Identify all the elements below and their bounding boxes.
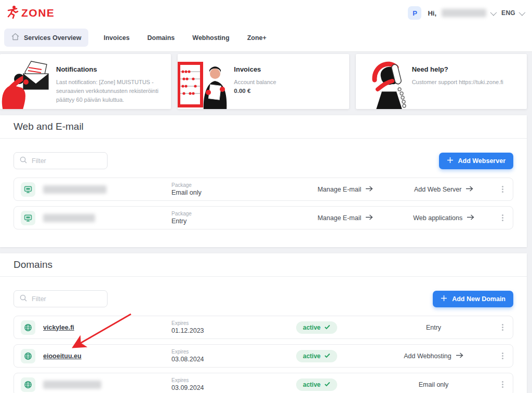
tab-label: Webhosting [192,34,229,42]
service-row[interactable]: Package Email only Manage E-mail Add Web… [14,178,513,201]
invoices-card-body: Invoices Account balance 0.00 € [232,54,283,109]
action-label: Manage E-mail [317,214,361,222]
customer-support-text: Customer support https://tuki.zone.fi [412,78,503,87]
greeting-label: Hi, [428,9,436,17]
tab-domains[interactable]: Domains [145,30,177,46]
webserver-monitor-icon [21,211,35,225]
tab-label: Invoices [104,34,130,42]
last-notification-text: Last notification: [Zone] MUISTUTUS - se… [56,78,164,104]
redacted-service-name [43,214,95,222]
expires-value: 03.09.2024 [171,384,296,391]
manage-email-link[interactable]: Manage E-mail [296,185,395,194]
manage-email-link[interactable]: Manage E-mail [296,214,395,222]
row-options-kebab-icon[interactable] [493,182,507,197]
status-cell: active [296,378,374,391]
arrow-right-icon [456,352,463,360]
domain-main-cell: vickylee.fi [21,320,171,335]
notifications-card[interactable]: Notifications Last notification: [Zone] … [0,54,171,109]
domains-filter [14,290,108,307]
expires-label: Expires [171,349,296,355]
filter-input[interactable] [32,295,101,303]
logo-wordmark: ZONE [21,7,55,19]
package-label: Package [171,182,296,188]
service-row[interactable]: Package Entry Manage E-mail Web applicat… [14,206,513,229]
help-card-body: Need help? Customer support https://tuki… [410,54,511,109]
row-options-kebab-icon[interactable] [493,320,507,335]
arrow-right-icon [365,185,373,194]
package-cell: Package Entry [171,211,296,225]
plus-icon [441,295,447,303]
action-label: Manage E-mail [317,186,361,193]
top-header: ZONE P Hi, ENG [0,0,532,26]
tab-zone-plus[interactable]: Zone+ [245,30,269,46]
add-new-domain-button[interactable]: Add New Domain [433,291,513,307]
domain-main-cell: eiooeituu.eu [21,349,171,363]
add-webserver-button[interactable]: Add Webserver [439,153,513,169]
domain-name-link[interactable]: vickylee.fi [43,324,74,331]
tab-webhosting[interactable]: Webhosting [190,30,231,46]
web-email-filter [14,152,108,169]
info-cards-row: Notifications Last notification: [Zone] … [0,54,527,109]
domains-header: Domains [0,253,527,277]
action-label: Email only [419,381,449,388]
domain-row[interactable]: Expires 03.09.2024 active Email only [14,373,513,393]
action-label: Add Web Server [414,186,461,193]
main-content: Notifications Last notification: [Zone] … [0,52,532,393]
arrow-right-icon [467,214,474,222]
service-main-cell [21,182,171,197]
row-options-kebab-icon[interactable] [493,348,507,364]
check-icon [324,353,330,360]
user-menu[interactable]: Hi, [428,9,495,17]
language-label: ENG [501,9,515,17]
redacted-domain-name [43,381,101,389]
chevron-down-icon [490,9,497,16]
home-icon [11,33,20,43]
status-cell: active [296,350,374,362]
language-selector[interactable]: ENG [501,9,524,17]
search-icon [20,156,27,166]
web-applications-link[interactable]: Web applications [395,214,494,222]
status-badge: active [296,378,337,391]
expires-label: Expires [171,320,296,326]
invoices-card[interactable]: Invoices Account balance 0.00 € [178,54,349,109]
add-webhosting-link[interactable]: Add Webhosting [374,352,493,360]
tab-label: Domains [148,34,175,42]
card-title: Notifications [56,65,164,73]
package-value: Entry [171,218,296,225]
domain-name-link[interactable]: eiooeituu.eu [43,353,82,360]
check-icon [324,324,330,331]
domain-row[interactable]: vickylee.fi Expires 01.12.2023 active [14,316,513,339]
expires-cell: Expires 01.12.2023 [171,320,296,334]
tab-services-overview[interactable]: Services Overview [4,29,88,47]
arrow-right-icon [466,185,473,194]
domains-section: Domains [0,253,527,393]
expires-cell: Expires 03.09.2024 [171,377,296,391]
status-label: active [303,324,321,331]
package-label: Package [171,211,296,216]
user-avatar[interactable]: P [408,6,421,20]
card-title: Invoices [234,65,276,73]
domains-toolbar: Add New Domain [14,290,513,307]
row-options-kebab-icon[interactable] [493,210,507,226]
redacted-username [442,9,486,17]
plus-icon [447,157,454,165]
domain-row[interactable]: eiooeituu.eu Expires 03.08.2024 active [14,344,513,368]
account-balance-label: Account balance [234,78,276,87]
status-label: active [303,353,321,360]
filter-input[interactable] [32,157,101,165]
tab-invoices[interactable]: Invoices [102,30,132,46]
package-type-label: Entry [374,324,493,331]
globe-icon [21,349,35,363]
zone-logo[interactable]: ZONE [6,5,55,21]
globe-icon [21,377,35,392]
web-email-header: Web and E-mail [0,115,527,139]
check-icon [324,381,330,388]
action-label: Add Webhosting [404,353,451,360]
add-web-server-link[interactable]: Add Web Server [395,185,494,194]
tab-label: Services Overview [24,34,82,42]
arrow-right-icon [365,214,373,222]
main-nav: Services Overview Invoices Domains Webho… [0,26,532,52]
package-value: Email only [171,189,296,196]
need-help-card[interactable]: Need help? Customer support https://tuki… [356,54,527,109]
row-options-kebab-icon[interactable] [493,377,507,392]
